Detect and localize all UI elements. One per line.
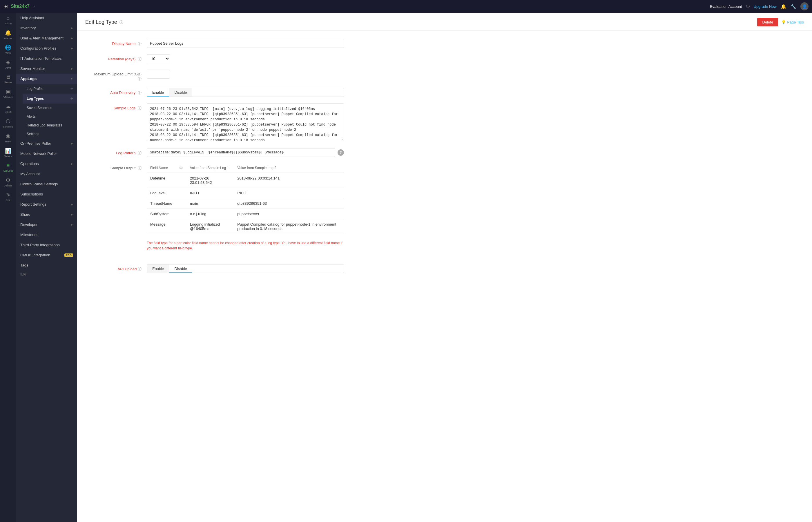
nav-log-profile-label: Log Profile [27,87,43,91]
applogs-label: AppLogs [3,169,13,172]
nav-log-types[interactable]: Log Types + [23,94,77,103]
nav-developer[interactable]: Developer ▶ [16,220,77,230]
display-name-input[interactable] [147,39,344,48]
grid-icon[interactable]: ⊞ [3,3,8,9]
auto-discovery-enable-btn[interactable]: Enable [147,88,169,97]
nav-third-party[interactable]: Third-Party Integrations [16,240,77,250]
val2-cell: INFO [234,188,344,198]
api-upload-disable-btn[interactable]: Disable [169,264,192,273]
retention-control: 10 30 60 90 [147,54,344,63]
field-settings-cell [176,188,186,198]
log-pattern-info-icon[interactable]: ⓘ [138,151,142,155]
nav-mobile-network-poller-label: Mobile Network Poller [20,152,57,156]
nav-operations-label: Operations [20,162,39,166]
avatar[interactable]: 👤 [800,2,809,11]
log-profile-plus-icon[interactable]: + [70,86,73,92]
sample-output-info-icon[interactable]: ⓘ [138,166,142,170]
nav-on-premise-poller[interactable]: On-Premise Poller ▶ [16,138,77,148]
nav-server-monitor[interactable]: Server Monitor ▶ [16,63,77,74]
display-name-info-icon[interactable]: ⓘ [138,41,142,46]
nav-subscriptions[interactable]: Subscriptions [16,189,77,199]
nav-tags-label: Tags [20,263,28,267]
home-label: Home [5,22,12,25]
wrench-icon[interactable]: 🔧 [791,4,796,9]
nav-sidebar: Help Assistant Inventory ▶ User & Alert … [16,13,77,522]
sidebar-item-rum[interactable]: ◉ RUM [0,130,16,145]
nav-alerts[interactable]: Alerts [23,112,77,121]
sidebar-item-home[interactable]: ⌂ Home [0,13,16,27]
expand-icon[interactable]: ⤢ [33,5,36,8]
nav-related-log-templates[interactable]: Related Log Templates [23,121,77,129]
nav-help-assistant-label: Help Assistant [20,16,44,20]
page-title-info-icon[interactable]: ⓘ [120,20,123,25]
sidebar-item-cloud[interactable]: ☁ Cloud [0,101,16,116]
page-tips-button[interactable]: 💡 Page Tips [781,20,804,24]
col-settings: ⚙ [176,163,186,173]
sample-output-row: Sample Output ⓘ Field Name ⚙ Value from … [89,163,800,234]
nav-user-alert-mgmt[interactable]: User & Alert Management ▶ [16,33,77,43]
home-icon: ⌂ [7,15,10,21]
nav-operations[interactable]: Operations ▶ [16,159,77,169]
sidebar-item-edit[interactable]: ✎ Edit [0,189,16,204]
max-upload-info-icon[interactable]: ⓘ [138,77,142,81]
field-settings-cell [176,198,186,209]
nav-saved-searches[interactable]: Saved Searches [23,103,77,112]
sample-output-control: Field Name ⚙ Value from Sample Log 1 Val… [147,163,344,234]
api-upload-info-icon[interactable]: ⓘ [138,267,142,271]
nav-milestones[interactable]: Milestones [16,230,77,240]
retention-select[interactable]: 10 30 60 90 [147,54,170,63]
nav-share[interactable]: Share ▶ [16,209,77,220]
nav-help-assistant[interactable]: Help Assistant [16,13,77,23]
sample-logs-info-icon[interactable]: ⓘ [138,106,142,110]
nav-mobile-network-poller[interactable]: Mobile Network Poller [16,148,77,159]
nav-config-profiles-arrow: ▶ [71,47,73,50]
nav-saved-searches-label: Saved Searches [27,106,52,110]
lightbulb-icon: 💡 [781,20,786,24]
retention-select-wrap: 10 30 60 90 [147,54,344,63]
nav-third-party-label: Third-Party Integrations [20,243,60,247]
retention-info-icon[interactable]: ⓘ [138,57,142,61]
nav-cmdb[interactable]: CMDB Integration PRO [16,250,77,260]
auto-discovery-disable-btn[interactable]: Disable [169,88,192,97]
sidebar-item-applogs[interactable]: ≡ AppLogs [0,160,16,175]
auto-discovery-control: Enable Disable [147,88,344,97]
val2-cell: qtp839286351-63 [234,198,344,209]
sidebar-item-network[interactable]: ⬡ Network [0,116,16,130]
nav-my-account-label: My Account [20,172,40,176]
nav-settings[interactable]: Settings [23,129,77,138]
nav-config-profiles[interactable]: Configuration Profiles ▶ [16,43,77,53]
auto-discovery-info-icon[interactable]: ⓘ [138,91,142,95]
sidebar-item-admin[interactable]: ⚙ Admin [0,175,16,189]
settings-icon[interactable]: ⚙ [179,166,183,170]
account-info-icon[interactable]: ⓘ [746,4,750,9]
sidebar-item-server[interactable]: 🖥 Server [0,72,16,86]
nav-control-panel[interactable]: Control Panel Settings [16,179,77,189]
nav-report-settings[interactable]: Report Settings ▶ [16,199,77,209]
sidebar-item-apm[interactable]: ◈ APM [0,57,16,72]
upgrade-now-button[interactable]: Upgrade Now [754,4,777,9]
sample-logs-textarea[interactable]: 2021-07-26 23:01:53,542 INFO [main] [o.e… [147,103,344,141]
nav-my-account[interactable]: My Account [16,169,77,179]
auto-discovery-toggle: Enable Disable [147,88,344,97]
api-upload-control: Enable Disable [147,264,344,273]
sidebar-item-metrics[interactable]: 📊 Metrics [0,145,16,160]
val1-cell: main [186,198,234,209]
network-label: Network [3,125,13,128]
nav-inventory[interactable]: Inventory ▶ [16,23,77,33]
sidebar-item-alarms[interactable]: 🔔 Alarms [0,27,16,42]
api-upload-enable-btn[interactable]: Enable [147,264,169,273]
nav-tags[interactable]: Tags [16,260,77,270]
nav-applogs[interactable]: AppLogs ▼ [16,74,77,84]
log-types-plus-icon[interactable]: + [70,96,73,101]
log-pattern-input[interactable] [147,148,335,157]
nav-log-profile[interactable]: Log Profile + [23,84,77,94]
log-pattern-help-icon[interactable]: ? [338,149,344,156]
val1-cell: 2021-07-26 23:01:53,542 [186,173,234,188]
notification-bell-icon[interactable]: 🔔 [781,4,787,9]
val1-cell: INFO [186,188,234,198]
nav-it-automation[interactable]: IT Automation Templates [16,53,77,63]
sidebar-item-web[interactable]: 🌐 Web [0,42,16,57]
sidebar-item-vmware[interactable]: ▣ VMware [0,86,16,101]
delete-button[interactable]: Delete [757,18,779,26]
max-upload-input[interactable] [147,69,170,79]
